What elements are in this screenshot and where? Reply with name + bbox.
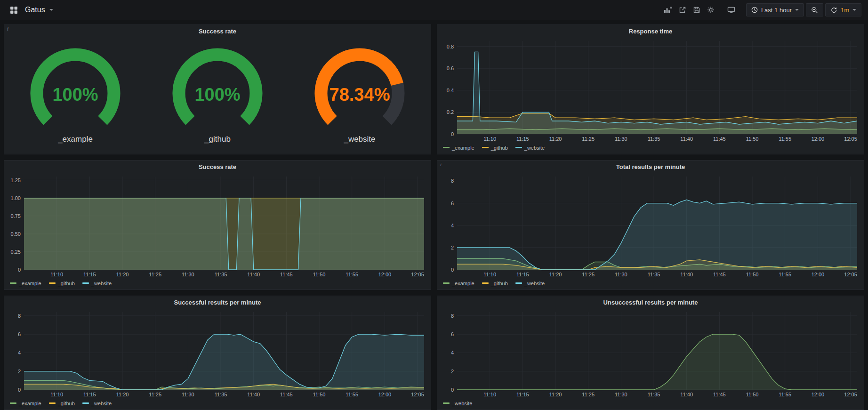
svg-text:0.4: 0.4 — [447, 88, 454, 93]
legend-item-_github[interactable]: _github — [482, 281, 508, 286]
svg-text:11:10: 11:10 — [483, 136, 496, 142]
legend-swatch — [443, 402, 450, 404]
success-rate-graph[interactable]: 11:1011:1511:2011:2511:3011:3511:4011:45… — [4, 173, 431, 279]
legend-item-_example[interactable]: _example — [10, 401, 41, 406]
legend-label: _website — [91, 281, 112, 286]
panel-successful-results: Successful results per minute 11:1011:15… — [4, 296, 431, 410]
navbar-right: Last 1 hour 1m — [661, 3, 861, 16]
refresh-button[interactable]: 1m — [825, 3, 861, 16]
legend-item-_github[interactable]: _github — [49, 281, 75, 286]
panel-title[interactable]: Unsuccessful results per minute — [437, 296, 864, 308]
chevron-down-icon — [795, 9, 799, 11]
panel-title[interactable]: Successful results per minute — [4, 296, 431, 308]
legend-swatch — [515, 282, 522, 284]
success-rate-chart[interactable]: 11:1011:1511:2011:2511:3011:3511:4011:45… — [4, 173, 431, 279]
share-icon — [679, 6, 686, 14]
successful-results-graph[interactable]: 11:1011:1511:2011:2511:3011:3511:4011:45… — [4, 308, 431, 399]
share-dashboard-button[interactable] — [675, 3, 690, 16]
svg-text:12:00: 12:00 — [812, 272, 825, 277]
legend-label: _example — [19, 281, 41, 286]
svg-text:11:25: 11:25 — [582, 392, 595, 397]
svg-text:0: 0 — [18, 267, 21, 273]
legend-item-_github[interactable]: _github — [49, 401, 75, 406]
svg-text:11:50: 11:50 — [313, 392, 326, 397]
zoom-out-button[interactable] — [806, 3, 823, 16]
svg-text:11:10: 11:10 — [483, 392, 496, 397]
svg-text:11:45: 11:45 — [713, 136, 726, 142]
legend-swatch — [443, 282, 450, 284]
svg-text:11:30: 11:30 — [615, 392, 627, 397]
chevron-down-icon — [49, 9, 53, 11]
svg-text:11:35: 11:35 — [648, 272, 660, 277]
add-panel-button[interactable] — [661, 3, 675, 16]
dashboard-grid: i Success rate 100% _example 100% _githu… — [0, 20, 868, 410]
svg-text:2: 2 — [18, 369, 21, 374]
legend-item-_example[interactable]: _example — [443, 281, 474, 286]
successful-results-chart[interactable]: 11:1011:1511:2011:2511:3011:3511:4011:45… — [4, 308, 431, 399]
svg-text:11:25: 11:25 — [582, 136, 595, 142]
legend-swatch — [10, 282, 16, 284]
gauge-arc-github: 100% — [156, 45, 279, 134]
gear-icon — [707, 6, 715, 14]
svg-text:2: 2 — [451, 245, 454, 250]
legend-item-_example[interactable]: _example — [10, 281, 41, 286]
svg-text:11:40: 11:40 — [247, 272, 260, 277]
unsuccessful-results-graph[interactable]: 11:1011:1511:2011:2511:3011:3511:4011:45… — [437, 308, 864, 399]
panel-info-icon[interactable]: i — [440, 161, 442, 167]
gauge-github: 100% _github — [156, 45, 279, 144]
panel-title[interactable]: Success rate — [4, 25, 431, 37]
dashboards-grid-icon[interactable] — [7, 3, 21, 16]
legend-item-_example[interactable]: _example — [443, 145, 474, 151]
legend-item-_website[interactable]: _website — [82, 281, 112, 286]
total-results-chart[interactable]: 11:1011:1511:2011:2511:3011:3511:4011:45… — [437, 173, 864, 279]
legend-item-_website[interactable]: _website — [515, 145, 545, 151]
grid-icon — [10, 6, 18, 14]
svg-text:11:10: 11:10 — [50, 272, 63, 277]
time-range-picker[interactable]: Last 1 hour — [746, 3, 804, 16]
svg-text:11:25: 11:25 — [582, 272, 595, 277]
legend-label: _github — [58, 401, 75, 406]
svg-text:11:25: 11:25 — [149, 392, 161, 397]
legend-label: _example — [19, 401, 41, 406]
legend-item-_website[interactable]: _website — [515, 281, 545, 286]
svg-text:6: 6 — [451, 331, 454, 337]
legend-label: _github — [491, 145, 508, 151]
svg-text:11:20: 11:20 — [116, 392, 129, 397]
panel-title[interactable]: Success rate — [4, 161, 431, 173]
total-results-graph[interactable]: 11:1011:1511:2011:2511:3011:3511:4011:45… — [437, 173, 864, 279]
response-time-chart[interactable]: 11:1011:1511:2011:2511:3011:3511:4011:45… — [437, 37, 864, 144]
legend-item-_website[interactable]: _website — [443, 401, 472, 406]
legend-item-_website[interactable]: _website — [82, 401, 112, 406]
panel-title[interactable]: Total results per minute — [437, 161, 864, 173]
svg-text:0: 0 — [451, 131, 454, 137]
dashboard-settings-button[interactable] — [704, 3, 718, 16]
svg-text:12:05: 12:05 — [411, 392, 424, 397]
svg-text:11:30: 11:30 — [182, 392, 194, 397]
unsuccessful-results-chart[interactable]: 11:1011:1511:2011:2511:3011:3511:4011:45… — [437, 308, 864, 399]
svg-text:11:30: 11:30 — [182, 272, 194, 277]
legend-swatch — [515, 147, 522, 148]
panel-info-icon[interactable]: i — [7, 26, 8, 32]
cycle-view-mode-button[interactable] — [724, 3, 739, 16]
legend-item-_github[interactable]: _github — [482, 145, 508, 151]
svg-text:11:20: 11:20 — [549, 136, 562, 142]
svg-text:12:05: 12:05 — [844, 392, 857, 397]
time-range-label: Last 1 hour — [761, 7, 792, 14]
gauge-label: _website — [344, 135, 375, 144]
svg-text:11:15: 11:15 — [516, 136, 529, 142]
svg-text:11:45: 11:45 — [280, 272, 293, 277]
svg-text:2: 2 — [451, 369, 454, 374]
svg-text:0.8: 0.8 — [447, 44, 454, 49]
svg-text:1.00: 1.00 — [11, 195, 21, 201]
svg-text:11:15: 11:15 — [83, 272, 96, 277]
svg-text:12:00: 12:00 — [378, 272, 392, 277]
svg-text:11:45: 11:45 — [713, 392, 726, 397]
panel-title[interactable]: Response time — [437, 25, 864, 37]
svg-text:11:35: 11:35 — [648, 136, 660, 142]
svg-text:100%: 100% — [194, 85, 240, 105]
save-dashboard-button[interactable] — [690, 3, 704, 16]
chart-legend: _example_github_website — [4, 279, 431, 289]
dashboard-title[interactable]: Gatus — [25, 6, 45, 14]
response-time-graph[interactable]: 11:1011:1511:2011:2511:3011:3511:4011:45… — [437, 37, 864, 144]
time-controls: Last 1 hour 1m — [746, 3, 861, 16]
